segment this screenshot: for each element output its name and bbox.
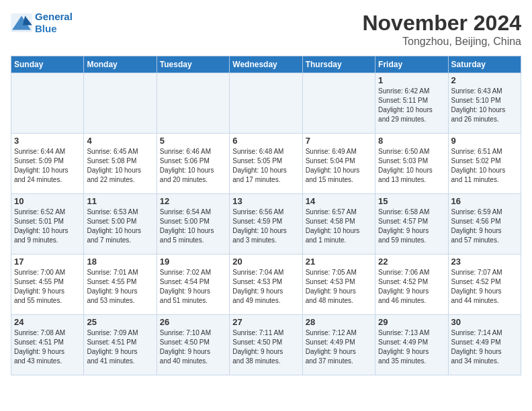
calendar-cell: 1Sunrise: 6:42 AM Sunset: 5:11 PM Daylig… [375,73,448,134]
day-number: 7 [306,136,372,146]
day-number: 5 [160,136,226,146]
calendar-cell: 20Sunrise: 7:04 AM Sunset: 4:53 PM Dayli… [230,255,302,315]
day-info: Sunrise: 6:50 AM Sunset: 5:03 PM Dayligh… [378,147,445,185]
day-number: 10 [14,196,81,206]
day-number: 14 [306,196,372,206]
day-number: 19 [160,257,226,267]
day-info: Sunrise: 7:08 AM Sunset: 4:51 PM Dayligh… [14,328,81,366]
day-number: 13 [232,196,299,206]
calendar-cell: 26Sunrise: 7:10 AM Sunset: 4:50 PM Dayli… [157,315,229,375]
day-info: Sunrise: 7:10 AM Sunset: 4:50 PM Dayligh… [160,328,226,366]
weekday-header-cell: Wednesday [230,56,302,73]
calendar-cell: 24Sunrise: 7:08 AM Sunset: 4:51 PM Dayli… [11,315,84,375]
calendar-cell: 5Sunrise: 6:46 AM Sunset: 5:06 PM Daylig… [157,134,229,194]
day-info: Sunrise: 6:48 AM Sunset: 5:05 PM Dayligh… [232,147,299,185]
day-number: 1 [378,75,445,85]
day-number: 26 [160,317,226,327]
location: Tongzhou, Beijing, China [362,36,521,48]
day-info: Sunrise: 6:45 AM Sunset: 5:08 PM Dayligh… [87,147,153,185]
day-info: Sunrise: 7:05 AM Sunset: 4:53 PM Dayligh… [306,268,372,306]
calendar-cell [230,73,302,134]
day-info: Sunrise: 6:42 AM Sunset: 5:11 PM Dayligh… [378,87,445,124]
day-number: 23 [451,257,518,267]
day-number: 3 [14,136,81,146]
logo-general: General [35,11,73,22]
logo-icon [11,13,32,32]
calendar-week-row: 3Sunrise: 6:44 AM Sunset: 5:09 PM Daylig… [11,134,521,194]
weekday-header-row: SundayMondayTuesdayWednesdayThursdayFrid… [11,56,521,73]
day-info: Sunrise: 6:52 AM Sunset: 5:01 PM Dayligh… [14,208,81,245]
day-number: 21 [306,257,372,267]
day-number: 25 [87,317,153,327]
day-info: Sunrise: 6:49 AM Sunset: 5:04 PM Dayligh… [306,147,372,185]
calendar-week-row: 1Sunrise: 6:42 AM Sunset: 5:11 PM Daylig… [11,73,521,134]
day-number: 18 [87,257,153,267]
month-title: November 2024 [362,11,521,36]
calendar-body: 1Sunrise: 6:42 AM Sunset: 5:11 PM Daylig… [11,73,521,375]
day-number: 24 [14,317,81,327]
calendar-cell: 21Sunrise: 7:05 AM Sunset: 4:53 PM Dayli… [302,255,375,315]
day-number: 12 [160,196,226,206]
calendar-cell: 11Sunrise: 6:53 AM Sunset: 5:00 PM Dayli… [84,194,157,255]
calendar-cell: 23Sunrise: 7:07 AM Sunset: 4:52 PM Dayli… [448,255,521,315]
logo: General Blue [11,11,73,35]
calendar-cell: 17Sunrise: 7:00 AM Sunset: 4:55 PM Dayli… [11,255,84,315]
day-number: 8 [378,136,445,146]
calendar-cell: 29Sunrise: 7:13 AM Sunset: 4:49 PM Dayli… [375,315,448,375]
day-info: Sunrise: 6:46 AM Sunset: 5:06 PM Dayligh… [160,147,226,185]
day-info: Sunrise: 6:59 AM Sunset: 4:56 PM Dayligh… [451,208,518,245]
calendar-cell: 16Sunrise: 6:59 AM Sunset: 4:56 PM Dayli… [448,194,521,255]
calendar-week-row: 17Sunrise: 7:00 AM Sunset: 4:55 PM Dayli… [11,255,521,315]
day-number: 28 [306,317,372,327]
day-info: Sunrise: 7:06 AM Sunset: 4:52 PM Dayligh… [378,268,445,306]
day-number: 2 [451,75,518,85]
day-info: Sunrise: 6:54 AM Sunset: 5:00 PM Dayligh… [160,208,226,245]
calendar-cell: 13Sunrise: 6:56 AM Sunset: 4:59 PM Dayli… [230,194,302,255]
day-number: 29 [378,317,445,327]
day-number: 17 [14,257,81,267]
day-number: 11 [87,196,153,206]
calendar-cell: 30Sunrise: 7:14 AM Sunset: 4:49 PM Dayli… [448,315,521,375]
calendar-cell: 22Sunrise: 7:06 AM Sunset: 4:52 PM Dayli… [375,255,448,315]
calendar-cell: 12Sunrise: 6:54 AM Sunset: 5:00 PM Dayli… [157,194,229,255]
weekday-header-cell: Friday [375,56,448,73]
calendar-cell: 10Sunrise: 6:52 AM Sunset: 5:01 PM Dayli… [11,194,84,255]
day-info: Sunrise: 7:13 AM Sunset: 4:49 PM Dayligh… [378,328,445,366]
calendar-cell: 8Sunrise: 6:50 AM Sunset: 5:03 PM Daylig… [375,134,448,194]
day-info: Sunrise: 6:58 AM Sunset: 4:57 PM Dayligh… [378,208,445,245]
day-info: Sunrise: 7:04 AM Sunset: 4:53 PM Dayligh… [232,268,299,306]
calendar-cell: 7Sunrise: 6:49 AM Sunset: 5:04 PM Daylig… [302,134,375,194]
day-number: 4 [87,136,153,146]
logo-blue: Blue [35,23,57,34]
day-info: Sunrise: 7:00 AM Sunset: 4:55 PM Dayligh… [14,268,81,306]
page-header: General Blue November 2024 Tongzhou, Bei… [11,11,521,48]
day-number: 9 [451,136,518,146]
day-number: 22 [378,257,445,267]
day-info: Sunrise: 6:44 AM Sunset: 5:09 PM Dayligh… [14,147,81,185]
day-info: Sunrise: 7:07 AM Sunset: 4:52 PM Dayligh… [451,268,518,306]
calendar-cell: 9Sunrise: 6:51 AM Sunset: 5:02 PM Daylig… [448,134,521,194]
calendar-cell [157,73,229,134]
day-number: 6 [232,136,299,146]
day-info: Sunrise: 7:01 AM Sunset: 4:55 PM Dayligh… [87,268,153,306]
day-info: Sunrise: 7:11 AM Sunset: 4:50 PM Dayligh… [232,328,299,366]
day-info: Sunrise: 7:12 AM Sunset: 4:49 PM Dayligh… [306,328,372,366]
calendar-cell: 14Sunrise: 6:57 AM Sunset: 4:58 PM Dayli… [302,194,375,255]
calendar-cell: 27Sunrise: 7:11 AM Sunset: 4:50 PM Dayli… [230,315,302,375]
calendar-cell: 25Sunrise: 7:09 AM Sunset: 4:51 PM Dayli… [84,315,157,375]
weekday-header-cell: Tuesday [157,56,229,73]
day-info: Sunrise: 7:14 AM Sunset: 4:49 PM Dayligh… [451,328,518,366]
day-info: Sunrise: 6:53 AM Sunset: 5:00 PM Dayligh… [87,208,153,245]
calendar-week-row: 24Sunrise: 7:08 AM Sunset: 4:51 PM Dayli… [11,315,521,375]
calendar-table: SundayMondayTuesdayWednesdayThursdayFrid… [11,56,521,375]
weekday-header-cell: Thursday [302,56,375,73]
day-number: 15 [378,196,445,206]
calendar-cell: 28Sunrise: 7:12 AM Sunset: 4:49 PM Dayli… [302,315,375,375]
weekday-header-cell: Saturday [448,56,521,73]
calendar-week-row: 10Sunrise: 6:52 AM Sunset: 5:01 PM Dayli… [11,194,521,255]
calendar-cell: 2Sunrise: 6:43 AM Sunset: 5:10 PM Daylig… [448,73,521,134]
calendar-cell [302,73,375,134]
title-block: November 2024 Tongzhou, Beijing, China [362,11,521,48]
day-info: Sunrise: 6:57 AM Sunset: 4:58 PM Dayligh… [306,208,372,245]
calendar-cell [11,73,84,134]
